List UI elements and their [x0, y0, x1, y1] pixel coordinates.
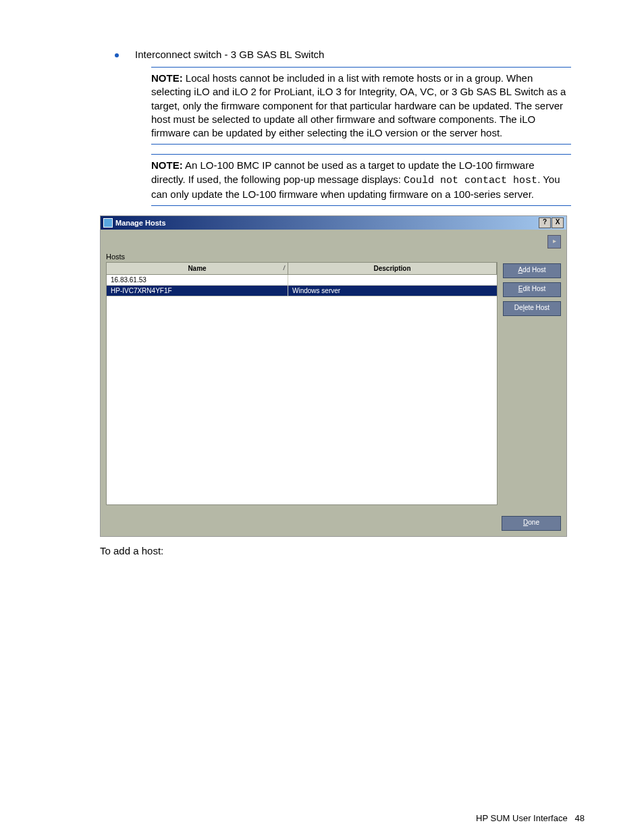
bullet-dot-icon	[115, 53, 119, 57]
hosts-label: Hosts	[106, 253, 498, 261]
close-button[interactable]: X	[552, 217, 564, 228]
sort-icon: /	[283, 265, 285, 271]
table-row[interactable]: 16.83.61.53	[107, 275, 497, 286]
footer-text: HP SUM User Interface	[476, 813, 568, 823]
delete-host-button[interactable]: Delete Host	[503, 301, 561, 316]
table-body: 16.83.61.53 HP-IVC7XRN4YF1F Windows serv…	[107, 275, 497, 504]
cell-name: HP-IVC7XRN4YF1F	[107, 286, 288, 296]
cell-desc	[288, 275, 497, 285]
after-screenshot-text: To add a host:	[100, 545, 585, 556]
btn-text: dit Host	[522, 285, 545, 292]
column-header-name[interactable]: Name /	[107, 263, 288, 275]
column-header-description[interactable]: Description	[288, 263, 497, 275]
dialog-icon	[103, 218, 113, 228]
note-label: NOTE:	[151, 72, 183, 84]
note-label: NOTE:	[151, 159, 183, 171]
add-host-button[interactable]: Add Host	[503, 263, 561, 278]
manage-hosts-dialog: Manage Hosts ? X ▸ Hosts Name /	[100, 215, 567, 537]
btn-text: ete Host	[525, 304, 549, 311]
btn-text: dd Host	[522, 266, 545, 273]
edit-host-button[interactable]: Edit Host	[503, 282, 561, 297]
note-text: Local hosts cannot be included in a list…	[151, 72, 566, 138]
bullet-text: Interconnect switch - 3 GB SAS BL Switch	[135, 49, 324, 60]
btn-text: one	[528, 519, 539, 526]
footer-page: 48	[575, 813, 585, 823]
help-button[interactable]: ?	[539, 217, 551, 228]
dialog-title: Manage Hosts	[115, 219, 166, 227]
dialog-titlebar: Manage Hosts ? X	[101, 216, 566, 230]
note-block-2: NOTE: An LO-100 BMC IP cannot be used as…	[151, 154, 571, 206]
done-button[interactable]: Done	[502, 516, 561, 531]
column-header-name-text: Name	[188, 265, 206, 272]
btn-text: De	[514, 304, 523, 311]
hosts-table: Name / Description 16.83.61.53 HP-I	[106, 262, 498, 505]
toolbar-square-button[interactable]: ▸	[547, 235, 561, 249]
cell-name: 16.83.61.53	[107, 275, 288, 285]
table-row[interactable]: HP-IVC7XRN4YF1F Windows server	[107, 286, 497, 296]
note-block-1: NOTE: Local hosts cannot be included in …	[151, 67, 571, 145]
page-footer: HP SUM User Interface 48	[476, 813, 585, 823]
note-mono: Could not contact host	[404, 175, 537, 186]
cell-desc: Windows server	[288, 286, 497, 296]
